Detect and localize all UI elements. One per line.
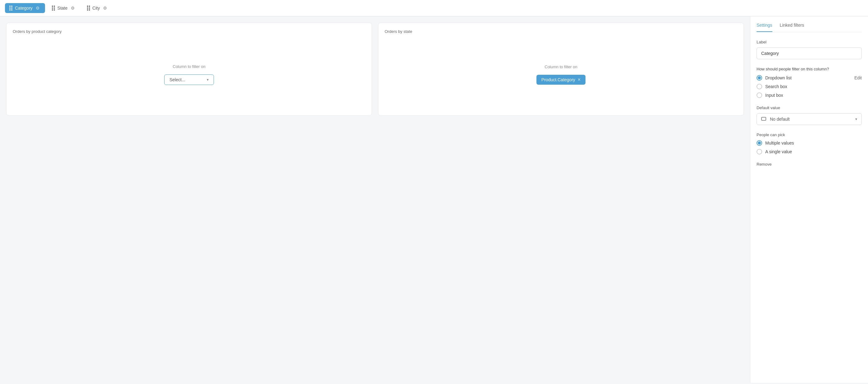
left-select-dropdown[interactable]: Select... ▾ [164, 74, 214, 85]
radio-item-dropdown[interactable]: Dropdown list [756, 75, 792, 81]
filter-chip-category[interactable]: Category ⚙ [5, 3, 45, 13]
right-panel: Settings Linked filters Label How should… [750, 16, 868, 383]
product-category-badge[interactable]: Product.Category × [536, 75, 586, 85]
radio-circle-search [756, 84, 762, 89]
default-value-chevron: ▾ [855, 117, 857, 121]
gear-icon-city[interactable]: ⚙ [102, 5, 108, 11]
no-default-icon [761, 117, 766, 121]
radio-label-multiple: Multiple values [765, 141, 794, 145]
drag-handle-city [87, 6, 90, 10]
left-chart-title: Orders by product category [13, 29, 365, 34]
radio-item-input[interactable]: Input box [756, 93, 862, 98]
radio-circle-input [756, 93, 762, 98]
label-input[interactable] [756, 47, 862, 59]
radio-label-input: Input box [765, 93, 783, 98]
radio-item-multiple[interactable]: Multiple values [756, 140, 862, 146]
left-column-filter-label: Column to filter on [173, 64, 206, 69]
filter-chip-category-label: Category [15, 6, 33, 10]
filter-chip-state-label: State [57, 6, 68, 10]
clear-column-button[interactable]: × [578, 77, 581, 82]
drag-handle-category [9, 6, 12, 10]
panel-tabs: Settings Linked filters [756, 23, 862, 32]
chevron-down-icon: ▾ [207, 77, 209, 82]
radio-label-dropdown: Dropdown list [765, 75, 792, 80]
radio-label-search: Search box [765, 84, 787, 89]
filter-chip-city-label: City [93, 6, 100, 10]
left-chart-card: Orders by product category Column to fil… [6, 23, 372, 116]
main-layout: Orders by product category Column to fil… [0, 16, 868, 383]
radio-item-single[interactable]: A single value [756, 149, 862, 154]
filter-bar: Category ⚙ State ⚙ City ⚙ [0, 0, 868, 16]
filter-chip-state[interactable]: State ⚙ [48, 3, 80, 13]
left-chart-body: Column to filter on Select... ▾ [13, 40, 365, 109]
radio-row-dropdown: Dropdown list Edit [756, 75, 862, 81]
default-value-option: No default [770, 117, 790, 121]
product-category-label: Product.Category [541, 77, 575, 82]
right-chart-title: Orders by state [385, 29, 737, 34]
filter-type-section: How should people filter on this column?… [756, 67, 862, 98]
people-can-pick-label: People can pick [756, 133, 862, 137]
filter-chip-city[interactable]: City ⚙ [83, 3, 113, 13]
filter-type-radio-group: Dropdown list Edit Search box Input box [756, 75, 862, 98]
select-placeholder: Select... [169, 77, 185, 82]
radio-circle-multiple [756, 140, 762, 146]
right-column-filter-label: Column to filter on [545, 65, 578, 69]
filter-type-question: How should people filter on this column? [756, 67, 862, 71]
label-section: Label [756, 40, 862, 59]
tab-linked-filters[interactable]: Linked filters [780, 23, 804, 32]
pick-radio-group: Multiple values A single value [756, 140, 862, 154]
default-value-label: Default value [756, 105, 862, 110]
remove-section: Remove [756, 162, 862, 167]
content-area: Orders by product category Column to fil… [0, 16, 750, 383]
remove-label[interactable]: Remove [756, 162, 771, 167]
people-can-pick-section: People can pick Multiple values A single… [756, 133, 862, 154]
radio-circle-single [756, 149, 762, 154]
drag-handle-state [52, 6, 55, 10]
gear-icon-category[interactable]: ⚙ [35, 5, 41, 11]
label-field-label: Label [756, 40, 862, 44]
default-value-section: Default value No default ▾ [756, 105, 862, 125]
radio-circle-dropdown [756, 75, 762, 81]
default-value-select[interactable]: No default ▾ [756, 113, 862, 125]
tab-settings[interactable]: Settings [756, 23, 772, 32]
gear-icon-state[interactable]: ⚙ [70, 5, 76, 11]
radio-item-search[interactable]: Search box [756, 84, 862, 89]
edit-dropdown-link[interactable]: Edit [854, 75, 862, 80]
right-chart-body: Column to filter on Product.Category × [385, 40, 737, 109]
radio-label-single: A single value [765, 149, 792, 154]
right-chart-card: Orders by state Column to filter on Prod… [378, 23, 744, 116]
